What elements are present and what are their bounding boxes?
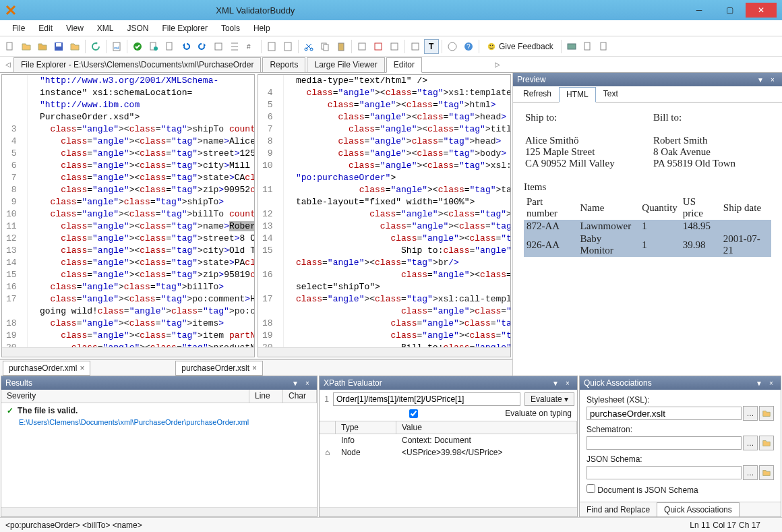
- help-icon[interactable]: ?: [461, 39, 476, 54]
- tool-icon-2[interactable]: [227, 39, 242, 54]
- close-tab-icon[interactable]: ×: [252, 363, 257, 373]
- menu-xml[interactable]: XML: [90, 22, 121, 35]
- menu-tools[interactable]: Tools: [214, 22, 247, 35]
- close-button[interactable]: ✕: [746, 3, 777, 18]
- dropdown-icon[interactable]: ▼: [754, 378, 764, 388]
- open-folder-icon[interactable]: [759, 465, 774, 480]
- code-editor-left[interactable]: 34567891011121314151617 181920 21"http:/…: [1, 74, 255, 357]
- assoc-header: Quick Associations ▼ ×: [580, 376, 781, 390]
- close-pane-icon[interactable]: ×: [562, 378, 573, 388]
- tab-scroll-right[interactable]: ▷: [492, 59, 503, 69]
- close-pane-icon[interactable]: ×: [767, 74, 778, 85]
- panel-a-icon[interactable]: [564, 39, 579, 54]
- xpath-input[interactable]: [333, 392, 520, 406]
- results-header: Results ▼ ×: [1, 376, 317, 390]
- doc-b-icon[interactable]: [280, 39, 295, 54]
- hscroll-left[interactable]: [2, 347, 254, 357]
- browse-button[interactable]: …: [743, 406, 758, 421]
- dropdown-icon[interactable]: ▼: [550, 378, 561, 388]
- save-icon[interactable]: [51, 39, 66, 54]
- tool-icon-1[interactable]: [211, 39, 226, 54]
- text-mode-icon[interactable]: T: [424, 39, 439, 54]
- new-file-icon[interactable]: [3, 39, 18, 54]
- close-pane-icon[interactable]: ×: [302, 378, 313, 388]
- maximize-button[interactable]: ▢: [715, 3, 746, 18]
- stylesheet-input[interactable]: [586, 407, 742, 420]
- col-value[interactable]: Value: [396, 421, 577, 434]
- tool-f-icon[interactable]: [408, 39, 423, 54]
- evaluate-button[interactable]: Evaluate ▾: [524, 392, 574, 406]
- preview-tab-html[interactable]: HTML: [559, 87, 596, 102]
- preview-body: Ship to: Alice Smithö 125 Maple Street C…: [513, 102, 782, 376]
- tab-large-file[interactable]: Large File Viewer: [307, 57, 384, 72]
- panel-b-icon[interactable]: [580, 39, 595, 54]
- browse-button[interactable]: …: [743, 436, 758, 450]
- svg-rect-18: [359, 43, 365, 50]
- menu-json[interactable]: JSON: [121, 22, 156, 35]
- col-severity[interactable]: Severity: [1, 390, 249, 403]
- dropdown-icon[interactable]: ▼: [755, 74, 766, 85]
- tab-file-explorer[interactable]: File Explorer - E:\Users\Clemens\Documen…: [13, 57, 261, 72]
- menu-file[interactable]: File: [5, 22, 32, 35]
- file-tab-xml[interactable]: purchaseOrder.xml ×: [3, 361, 90, 376]
- hash-icon[interactable]: #: [243, 39, 258, 54]
- code-editor-right[interactable]: 45678910 11 12131415 16 17 18192021media…: [258, 74, 511, 357]
- give-feedback-button[interactable]: Give Feedback: [482, 39, 558, 54]
- items-table: Part number Name Quantity US price Ship …: [524, 196, 771, 257]
- hscroll-right[interactable]: [258, 347, 510, 357]
- hscroll[interactable]: [320, 507, 577, 516]
- close-tab-icon[interactable]: ×: [80, 363, 84, 373]
- tab-reports[interactable]: Reports: [262, 57, 305, 72]
- eval-on-typing-checkbox[interactable]: [325, 409, 502, 418]
- col-char[interactable]: Char: [283, 390, 317, 403]
- open-folder-icon[interactable]: [35, 39, 50, 54]
- preview-tab-refresh[interactable]: Refresh: [516, 86, 559, 102]
- paste-icon[interactable]: [334, 39, 349, 54]
- tool-d-icon[interactable]: [371, 39, 386, 54]
- minimize-button[interactable]: ─: [684, 3, 715, 18]
- menu-view[interactable]: View: [59, 22, 90, 35]
- preview-tab-text[interactable]: Text: [596, 86, 626, 102]
- open-icon[interactable]: [19, 39, 34, 54]
- tab-quick-assoc[interactable]: Quick Associations: [657, 502, 740, 516]
- tool-c-icon[interactable]: [355, 39, 369, 54]
- validate-doc-icon[interactable]: [146, 39, 161, 54]
- browse-button[interactable]: …: [743, 465, 758, 480]
- json-schema-checkbox[interactable]: [586, 484, 595, 493]
- schematron-input[interactable]: [586, 436, 742, 450]
- xsl-icon[interactable]: xsl: [109, 39, 124, 54]
- menu-file-explorer[interactable]: File Explorer: [156, 22, 214, 35]
- info-icon[interactable]: [445, 39, 460, 54]
- panel-c-icon[interactable]: [597, 39, 611, 54]
- svg-rect-31: [601, 42, 606, 50]
- doc-a-icon[interactable]: [264, 39, 279, 54]
- undo-icon[interactable]: [179, 39, 193, 54]
- validate-ok-icon[interactable]: [130, 39, 145, 54]
- col-line[interactable]: Line: [249, 390, 283, 403]
- cut-icon[interactable]: [301, 39, 316, 54]
- tab-find-replace[interactable]: Find and Replace: [580, 503, 657, 516]
- redo-icon[interactable]: [195, 39, 210, 54]
- json-schema-input[interactable]: [586, 466, 742, 479]
- hscroll[interactable]: [1, 507, 317, 516]
- refresh-icon[interactable]: [88, 39, 103, 54]
- tab-editor[interactable]: Editor: [386, 57, 422, 73]
- doc-check-icon[interactable]: [162, 39, 177, 54]
- file-tab-xslt[interactable]: purchaseOrder.xslt ×: [175, 361, 263, 376]
- menu-help[interactable]: Help: [247, 22, 277, 35]
- title-bar: XML ValidatorBuddy ─ ▢ ✕: [0, 0, 782, 20]
- status-line: Ln 11: [690, 521, 710, 530]
- node-icon: ⌂: [325, 448, 341, 457]
- result-path[interactable]: E:\Users\Clemens\Documents\xml\PurchaseO…: [1, 418, 317, 429]
- svg-rect-11: [268, 42, 275, 51]
- tool-e-icon[interactable]: [387, 39, 402, 54]
- save-all-icon[interactable]: [67, 39, 82, 54]
- dropdown-icon[interactable]: ▼: [290, 378, 301, 388]
- tab-scroll-left[interactable]: ◁: [3, 59, 13, 69]
- copy-icon[interactable]: [318, 39, 332, 54]
- open-folder-icon[interactable]: [759, 436, 774, 450]
- menu-edit[interactable]: Edit: [32, 22, 59, 35]
- close-pane-icon[interactable]: ×: [766, 378, 777, 388]
- col-type[interactable]: Type: [336, 421, 396, 434]
- open-folder-icon[interactable]: [759, 406, 774, 421]
